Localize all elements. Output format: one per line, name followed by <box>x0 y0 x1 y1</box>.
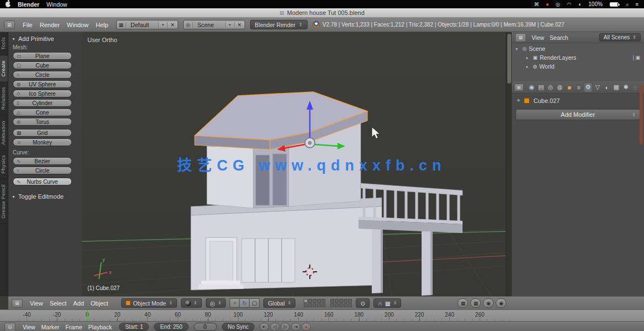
texture-tab[interactable]: ▦ <box>612 82 621 92</box>
transform-orientation-dropdown[interactable]: Global ⇕ <box>263 298 295 308</box>
jump-to-end-button[interactable]: ⇥ <box>291 323 300 331</box>
scrollbar-thumb[interactable] <box>507 34 511 84</box>
current-frame-field[interactable]: 0 <box>194 323 217 331</box>
snap-dropdown[interactable]: ∩ ▦ ⇕ <box>373 298 401 308</box>
terrace[interactable] <box>359 183 463 296</box>
layers-group-1[interactable] <box>304 299 325 307</box>
add-torus-button[interactable]: ◎ Torus <box>13 118 72 126</box>
record-button[interactable]: ● <box>302 323 311 331</box>
volume-icon[interactable]: ◖ <box>578 1 581 7</box>
add-circle-button[interactable]: ○ Circle <box>13 71 72 79</box>
object-data-tab[interactable]: ▽ <box>593 82 602 92</box>
layout-add-button[interactable]: + <box>158 22 167 28</box>
editor-type-icon[interactable]: ⊞ <box>4 20 15 29</box>
current-frame-playhead[interactable] <box>87 310 88 321</box>
opengl-render-image-button[interactable]: ▦ <box>458 298 468 308</box>
timeline-menu-frame[interactable]: Frame <box>65 324 82 330</box>
add-plane-button[interactable]: ▭ Plane <box>13 52 72 60</box>
timemachine-icon[interactable]: ◎ <box>555 1 560 7</box>
play-reverse-button[interactable]: ◁ <box>270 323 279 331</box>
editor-type-icon[interactable]: ⊙ <box>4 323 15 331</box>
layout-value[interactable]: Default <box>126 22 158 28</box>
add-nurbs-curve-button[interactable]: ∿ Nurbs Curve <box>13 178 72 185</box>
modifiers-tab[interactable]: ⚙ <box>584 82 593 92</box>
window-titlebar[interactable]: ▤ Modern house Tut 005.blend <box>0 8 644 18</box>
add-monkey-button[interactable]: ☺ Monkey <box>13 138 72 146</box>
timeline-menu-view[interactable]: View <box>23 324 35 330</box>
render-preview-button[interactable]: ◉ <box>483 298 494 308</box>
editor-type-icon[interactable]: ⊞ <box>515 84 524 91</box>
expander-icon[interactable]: ▸ <box>526 64 531 69</box>
tab-create[interactable]: Create <box>0 55 8 82</box>
render-preview-anim-button[interactable]: ◉ <box>496 298 506 308</box>
outliner-menu-search[interactable]: Search <box>550 34 568 41</box>
timeline-menu-marker[interactable]: Marker <box>41 324 60 330</box>
add-cone-button[interactable]: △ Cone <box>13 108 72 116</box>
expander-icon[interactable]: ▾ <box>516 46 520 51</box>
jump-to-start-button[interactable]: ⇤ <box>259 323 269 331</box>
lock-mode-dropdown[interactable]: ⊙ <box>356 298 370 308</box>
menu-file[interactable]: File <box>23 22 33 28</box>
frame-end-field[interactable]: End: 250 <box>154 323 188 331</box>
tab-animation[interactable]: Animation <box>0 116 8 151</box>
av-sync-dropdown[interactable]: No Sync <box>222 323 255 331</box>
scene-close-button[interactable]: ✕ <box>234 22 245 28</box>
view-menu[interactable]: View <box>30 300 43 307</box>
screen-layout-selector[interactable]: ▦ Default + ✕ <box>116 20 178 29</box>
world-tab[interactable]: ◍ <box>555 82 564 92</box>
mode-dropdown[interactable]: Object Mode ⇕ <box>121 298 177 308</box>
input-source-icon[interactable]: ⌘ <box>534 1 539 7</box>
pivot-point-dropdown[interactable]: ◎ ⇕ <box>206 298 226 308</box>
outliner-row-scene[interactable]: ▾ ◎ Scene <box>512 44 644 53</box>
scene-browse-icon[interactable]: ◎ <box>184 22 193 28</box>
spotlight-icon[interactable]: ⌕ <box>626 1 629 8</box>
timeline-menu-playback[interactable]: Playback <box>89 324 112 330</box>
tab-relations[interactable]: Relations <box>0 82 8 115</box>
add-uv-sphere-button[interactable]: ◍ UV Sphere <box>13 80 72 88</box>
scene-add-button[interactable]: + <box>225 22 234 28</box>
add-primitive-panel-header[interactable]: ▼ Add Primitive <box>12 35 79 42</box>
scene-tab[interactable]: ◎ <box>546 82 555 92</box>
expander-icon[interactable]: ▸ <box>526 55 531 60</box>
tab-physics[interactable]: Physics <box>0 150 8 179</box>
add-menu[interactable]: Add <box>73 300 84 307</box>
menu-window-macos[interactable]: Window <box>46 1 67 8</box>
menu-help[interactable]: Help <box>96 22 108 28</box>
menu-render[interactable]: Render <box>40 22 60 28</box>
tab-tools[interactable]: Tools <box>0 32 8 55</box>
pin-icon[interactable]: ⌖ <box>517 97 520 104</box>
scale-manipulator-button[interactable]: ▢ <box>250 298 259 308</box>
add-bezier-button[interactable]: ∿ Bezier <box>13 157 72 165</box>
restrict-icons[interactable]: | ▣ <box>633 55 640 60</box>
add-cube-button[interactable]: ▢ Cube <box>13 61 72 69</box>
layout-browse-icon[interactable]: ▦ <box>117 22 127 28</box>
viewport-shading-dropdown[interactable]: ⇕ <box>181 298 202 308</box>
layout-close-button[interactable]: ✕ <box>167 22 178 28</box>
menu-window-blender[interactable]: Window <box>67 22 89 28</box>
timeline-ruler[interactable]: -40-200204060801001201401601802002202402… <box>0 309 644 321</box>
object-menu[interactable]: Object <box>91 300 108 307</box>
opengl-render-anim-button[interactable]: ▦ <box>470 298 481 308</box>
play-button[interactable]: ▷ <box>281 323 290 331</box>
tab-grease-pencil[interactable]: Grease Pencil <box>0 179 8 224</box>
add-modifier-button[interactable]: Add Modifier ⇕ <box>516 109 640 120</box>
app-menu-blender[interactable]: Blender <box>18 1 39 8</box>
scene-selector[interactable]: ◎ Scene + ✕ <box>183 20 245 29</box>
viewport-scrollbar[interactable] <box>506 32 512 296</box>
outliner-display-mode-dropdown[interactable]: All Scenes ⇕ <box>599 33 641 42</box>
editor-type-icon[interactable]: ⊞ <box>515 33 526 42</box>
outliner-row-world[interactable]: ▸ ◍ World <box>512 62 644 71</box>
particles-tab[interactable]: ✱ <box>621 82 630 92</box>
apple-menu-icon[interactable] <box>6 2 11 7</box>
physics-tab[interactable]: ◌ <box>631 82 640 92</box>
select-menu[interactable]: Select <box>50 300 67 307</box>
render-engine-dropdown[interactable]: Blender Render ⇕ <box>250 20 308 29</box>
render-layers-tab[interactable]: ▤ <box>537 82 546 92</box>
outliner-menu-view[interactable]: View <box>532 34 544 41</box>
layers-group-2[interactable] <box>330 299 352 307</box>
frame-start-field[interactable]: Start: 1 <box>119 323 149 331</box>
add-grid-button[interactable]: ▦ Grid <box>13 129 72 137</box>
outliner-row-renderlayers[interactable]: ▸ ▣ RenderLayers | ▣ <box>512 53 644 62</box>
3d-viewport[interactable]: x y User Ortho 技艺CG www.qdnxxfb.cn (1) C… <box>82 32 506 296</box>
material-tab[interactable]: ◐ <box>603 82 611 92</box>
